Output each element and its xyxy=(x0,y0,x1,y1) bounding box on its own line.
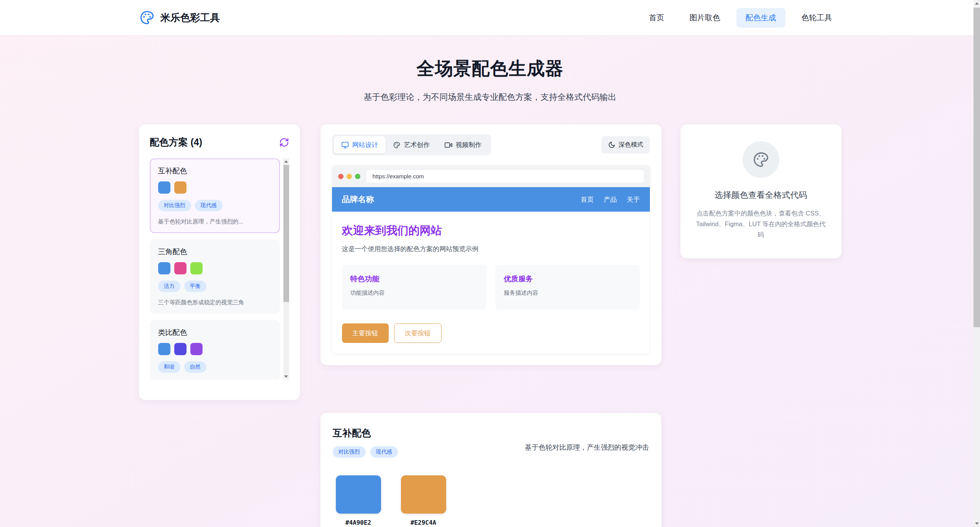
preview-primary-button: 主要按钮 xyxy=(342,323,389,343)
schemes-panel-title: 配色方案 (4) xyxy=(150,136,203,148)
browser-mockup: https://example.com 品牌名称 首页 产品 关于 欢迎来到我们… xyxy=(332,165,650,354)
tab-web-design[interactable]: 网站设计 xyxy=(334,136,386,153)
scrollbar-down-arrow[interactable] xyxy=(973,520,980,527)
color-swatch[interactable] xyxy=(158,262,170,274)
color-swatch[interactable] xyxy=(158,181,170,194)
nav-item-color-wheel[interactable]: 色轮工具 xyxy=(792,8,841,28)
detail-description: 基于色轮对比原理，产生强烈的视觉冲击 xyxy=(525,443,649,452)
color-swatch[interactable] xyxy=(190,262,203,274)
preview-panel: 网站设计 艺术创作 xyxy=(321,124,661,365)
schemes-panel: 配色方案 (4) 互补配色 xyxy=(139,124,300,400)
top-navbar: 米乐色彩工具 首页 图片取色 配色生成 色轮工具 xyxy=(0,0,980,35)
preview-secondary-button: 次要按钮 xyxy=(394,323,442,343)
scrollbar-up-arrow[interactable] xyxy=(283,158,289,165)
preview-headline: 欢迎来到我们的网站 xyxy=(342,223,640,238)
tab-label: 视频制作 xyxy=(456,140,482,149)
scheme-detail-panel: 互补配色 对比强烈 现代感 基于色轮对比原理，产生强烈的视觉冲击 #4A90E2… xyxy=(321,413,661,527)
moon-icon xyxy=(608,141,615,148)
scene-tab-group: 网站设计 艺术创作 xyxy=(332,134,491,155)
color-swatch[interactable] xyxy=(174,262,187,274)
scheme-tag: 和谐 xyxy=(158,361,180,373)
dark-mode-label: 深色模式 xyxy=(619,141,643,149)
tab-video-production[interactable]: 视频制作 xyxy=(437,136,489,153)
video-icon xyxy=(445,141,452,149)
refresh-icon xyxy=(279,137,289,147)
tab-label: 艺术创作 xyxy=(404,140,430,149)
preview-feature-desc: 服务描述内容 xyxy=(504,289,632,297)
close-dot-icon xyxy=(338,174,344,179)
page-subtitle: 基于色彩理论，为不同场景生成专业配色方案，支持全格式代码输出 xyxy=(0,91,980,103)
scrollbar-down-arrow[interactable] xyxy=(283,374,289,380)
page-title: 全场景配色生成器 xyxy=(0,57,980,81)
scheme-tag: 平衡 xyxy=(184,281,206,292)
scheme-title: 互补配色 xyxy=(158,166,272,176)
scheme-item-analogous[interactable]: 类比配色 和谐 自然 xyxy=(150,320,280,380)
scheme-description: 三个等距颜色形成稳定的视觉三角 xyxy=(158,298,272,306)
preview-nav-link: 首页 xyxy=(581,195,594,204)
scheme-tag: 自然 xyxy=(184,361,206,373)
detail-tag: 对比强烈 xyxy=(333,446,366,458)
browser-toolbar: https://example.com xyxy=(332,165,650,187)
palette-icon xyxy=(752,151,770,168)
page-scrollbar[interactable] xyxy=(973,0,980,527)
tab-label: 网站设计 xyxy=(352,140,378,149)
scheme-title: 类比配色 xyxy=(158,328,272,338)
brand-logo[interactable]: 米乐色彩工具 xyxy=(139,10,220,26)
palette-icon xyxy=(393,141,401,149)
scheme-tag: 对比强烈 xyxy=(158,200,191,211)
hero-section: 全场景配色生成器 基于色彩理论，为不同场景生成专业配色方案，支持全格式代码输出 xyxy=(0,57,980,103)
scheme-list: 互补配色 对比强烈 现代感 基于色轮对比原理，产生强烈的... 三角配色 xyxy=(150,158,289,380)
detail-color-block: #E29C4A RGB(226, 156, 74) xyxy=(401,475,446,527)
preview-nav-link: 关于 xyxy=(627,195,640,204)
preview-feature-title: 优质服务 xyxy=(504,274,632,284)
preview-nav-link: 产品 xyxy=(604,195,617,204)
scheme-list-scrollbar[interactable] xyxy=(283,158,289,380)
scheme-item-complementary[interactable]: 互补配色 对比强烈 现代感 基于色轮对比原理，产生强烈的... xyxy=(150,158,280,233)
preview-site-brand: 品牌名称 xyxy=(342,194,374,205)
preview-feature-desc: 功能描述内容 xyxy=(350,289,478,297)
color-swatch[interactable] xyxy=(174,181,187,194)
nav-item-image-picker[interactable]: 图片取色 xyxy=(681,8,730,28)
preview-feature-title: 特色功能 xyxy=(350,274,478,284)
brand-name: 米乐色彩工具 xyxy=(160,11,220,24)
preview-feature-box: 特色功能 功能描述内容 xyxy=(342,265,486,310)
palette-logo-icon xyxy=(139,10,155,26)
nav-item-palette-generator[interactable]: 配色生成 xyxy=(736,8,785,28)
scheme-item-triadic[interactable]: 三角配色 活力 平衡 三个等距颜色形成稳定的视觉三角 xyxy=(150,239,280,314)
code-info-panel: 选择颜色查看全格式代码 点击配色方案中的颜色色块，查看包含 CSS、Tailwi… xyxy=(681,124,841,258)
minimize-dot-icon xyxy=(347,174,352,179)
preview-feature-box: 优质服务 服务描述内容 xyxy=(496,265,640,310)
scheme-tag: 现代感 xyxy=(195,200,223,211)
scrollbar-up-arrow[interactable] xyxy=(973,0,980,7)
code-panel-icon-circle xyxy=(743,141,779,178)
traffic-light-dots xyxy=(338,174,360,179)
color-swatch[interactable] xyxy=(336,475,381,514)
scrollbar-thumb[interactable] xyxy=(283,165,289,302)
dark-mode-toggle[interactable]: 深色模式 xyxy=(602,136,650,153)
color-swatch[interactable] xyxy=(174,343,187,355)
detail-tag: 现代感 xyxy=(370,446,398,458)
scrollbar-thumb[interactable] xyxy=(973,8,980,327)
color-swatch[interactable] xyxy=(401,475,446,514)
preview-site-nav: 首页 产品 关于 xyxy=(581,195,640,204)
tab-art-creation[interactable]: 艺术创作 xyxy=(386,136,437,153)
url-bar: https://example.com xyxy=(366,170,644,183)
preview-subline: 这是一个使用您选择的配色方案的网站预览示例 xyxy=(342,245,640,253)
detail-title: 互补配色 xyxy=(333,427,398,439)
preview-site-body: 欢迎来到我们的网站 这是一个使用您选择的配色方案的网站预览示例 特色功能 功能描… xyxy=(332,212,650,354)
monitor-icon xyxy=(341,141,349,149)
color-swatch[interactable] xyxy=(190,343,203,355)
nav-item-home[interactable]: 首页 xyxy=(640,8,674,28)
preview-site-header: 品牌名称 首页 产品 关于 xyxy=(332,187,650,212)
detail-color-block: #4A90E2 RGB(74, 144, 226) xyxy=(336,475,381,527)
scheme-description: 基于色轮对比原理，产生强烈的... xyxy=(158,217,272,225)
scheme-tag: 活力 xyxy=(158,281,180,292)
main-nav: 首页 图片取色 配色生成 色轮工具 xyxy=(640,8,841,28)
color-hex-label: #4A90E2 xyxy=(336,519,381,526)
maximize-dot-icon xyxy=(355,174,360,179)
code-panel-title: 选择颜色查看全格式代码 xyxy=(694,189,828,201)
scheme-title: 三角配色 xyxy=(158,247,272,257)
color-hex-label: #E29C4A xyxy=(401,519,446,526)
color-swatch[interactable] xyxy=(158,343,170,355)
refresh-schemes-button[interactable] xyxy=(279,137,289,147)
